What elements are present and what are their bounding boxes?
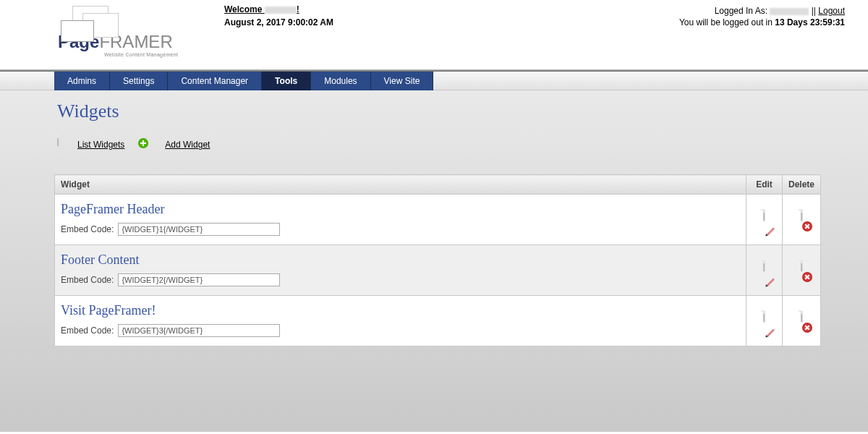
widget-name[interactable]: Visit PageFramer!: [61, 303, 740, 318]
widgets-table: Widget Edit Delete PageFramer Header Emb…: [54, 174, 821, 346]
countdown-value: 13 Days 23:59:31: [775, 17, 845, 27]
nav-view-site[interactable]: View Site: [371, 72, 434, 90]
embed-label: Embed Code:: [61, 224, 114, 234]
list-widgets-link[interactable]: List Widgets: [57, 135, 124, 154]
widget-name[interactable]: Footer Content: [61, 252, 740, 268]
action-row: List Widgets Add Widget: [54, 135, 821, 154]
document-edit-icon: [763, 209, 765, 221]
delete-icon: [802, 323, 812, 333]
pencil-icon: [767, 328, 775, 336]
logged-in-label: Logged In As:: [715, 6, 770, 16]
login-status-line: Logged In As: || Logout: [679, 6, 845, 16]
embed-code-input[interactable]: [118, 273, 280, 286]
countdown-prefix: You will be logged out in: [679, 17, 775, 27]
col-edit: Edit: [746, 175, 782, 195]
embed-code-input[interactable]: [118, 223, 280, 236]
welcome-prefix: Welcome: [224, 4, 265, 14]
document-delete-icon: [801, 310, 802, 322]
delete-icon: [802, 221, 812, 231]
welcome-suffix: !: [297, 4, 299, 14]
page-title: Widgets: [54, 90, 821, 135]
embed-label: Embed Code:: [61, 326, 114, 336]
delete-icon: [802, 272, 812, 282]
logo: PageFRAMER Website Content Management: [58, 3, 224, 57]
document-delete-icon: [801, 260, 802, 271]
pencil-icon: [767, 227, 775, 235]
document-icon: [57, 135, 59, 146]
logo-subtitle: Website Content Management: [104, 52, 224, 57]
login-separator: ||: [809, 6, 818, 16]
navbar: Admins Settings Content Manager Tools Mo…: [0, 72, 868, 90]
nav-settings[interactable]: Settings: [110, 72, 168, 90]
document-delete-icon: [801, 209, 802, 221]
datetime: August 2, 2017 9:00:02 AM: [224, 17, 679, 27]
delete-button[interactable]: [793, 210, 809, 229]
pencil-icon: [767, 278, 775, 286]
countdown-line: You will be logged out in 13 Days 23:59:…: [679, 17, 845, 27]
embed-label: Embed Code:: [61, 275, 114, 285]
delete-button[interactable]: [793, 311, 809, 330]
document-edit-icon: [763, 310, 765, 322]
nav-modules[interactable]: Modules: [311, 72, 370, 90]
edit-button[interactable]: [756, 311, 772, 330]
logout-link[interactable]: Logout: [818, 6, 845, 16]
delete-button[interactable]: [793, 260, 809, 279]
table-row: PageFramer Header Embed Code:: [55, 195, 821, 245]
add-widget-label: Add Widget: [165, 140, 210, 150]
embed-code-input[interactable]: [118, 324, 280, 337]
col-widget: Widget: [55, 175, 746, 195]
plus-icon: [138, 138, 148, 148]
document-edit-icon: [763, 260, 765, 271]
header: PageFRAMER Website Content Management We…: [0, 0, 868, 69]
list-widgets-label: List Widgets: [77, 140, 124, 150]
nav-admins[interactable]: Admins: [54, 72, 110, 90]
col-delete: Delete: [782, 175, 820, 195]
edit-button[interactable]: [756, 260, 772, 279]
document-plus-icon: [145, 135, 146, 146]
logged-in-username: [770, 8, 809, 15]
welcome-username: [265, 7, 297, 14]
add-widget-link[interactable]: Add Widget: [145, 135, 210, 154]
table-row: Visit PageFramer! Embed Code:: [55, 296, 821, 346]
welcome-line: Welcome !: [224, 4, 679, 14]
nav-content-manager[interactable]: Content Manager: [168, 72, 262, 90]
edit-button[interactable]: [756, 210, 772, 229]
nav-tools[interactable]: Tools: [262, 72, 311, 90]
table-row: Footer Content Embed Code:: [55, 245, 821, 296]
widget-name[interactable]: PageFramer Header: [61, 202, 740, 217]
